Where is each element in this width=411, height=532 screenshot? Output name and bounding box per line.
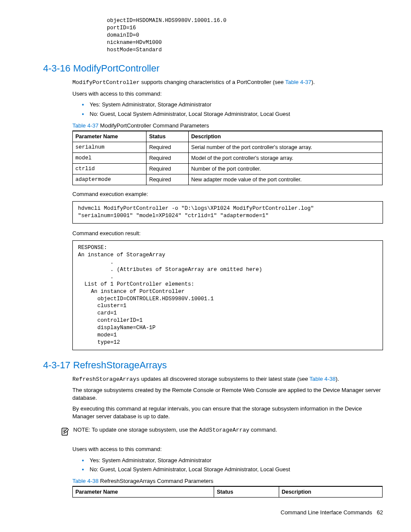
table-4-38-link[interactable]: Table 4-38 bbox=[309, 376, 336, 382]
list-item: No: Guest, Local System Administrator, L… bbox=[90, 466, 383, 473]
sec17-access-label: Users with access to this command: bbox=[72, 445, 383, 453]
sec16-exec-result-code: RESPONSE: An instance of StorageArray . … bbox=[72, 240, 383, 350]
sec17-intro-cmd: RefreshStorageArrays bbox=[72, 376, 140, 383]
list-item: Yes: System Administrator, Storage Admin… bbox=[90, 457, 383, 464]
table-header: Status bbox=[146, 131, 189, 142]
table-4-38: Parameter Name Status Description bbox=[72, 486, 383, 498]
table-header: Parameter Name bbox=[73, 486, 214, 498]
table-row: ctrlid Required Number of the port contr… bbox=[73, 163, 383, 174]
table-header: Parameter Name bbox=[73, 131, 146, 142]
sec17-intro: RefreshStorageArrays updates all discove… bbox=[72, 375, 383, 383]
table-row: serialnum Required Serial number of the … bbox=[73, 142, 383, 152]
table-header: Status bbox=[214, 486, 279, 498]
param-status: Required bbox=[146, 163, 189, 174]
sec16-intro-cmd: ModifyPortController bbox=[72, 79, 140, 86]
section-heading-4-3-16: 4-3-16 ModifyPortController bbox=[43, 63, 383, 74]
param-status: Required bbox=[146, 174, 189, 185]
sec17-p3: By executing this command at regular int… bbox=[72, 405, 383, 420]
param-desc: Model of the port controller's storage a… bbox=[188, 152, 382, 163]
sec17-access-list: Yes: System Administrator, Storage Admin… bbox=[72, 457, 383, 473]
param-desc: Number of the port controller. bbox=[188, 163, 382, 174]
note-label: NOTE: bbox=[73, 426, 92, 433]
note-icon bbox=[60, 427, 70, 438]
sec16-intro-rest: supports changing characteristics of a P… bbox=[140, 79, 285, 85]
note-text-2: command. bbox=[249, 426, 277, 433]
sec16-intro: ModifyPortController supports changing c… bbox=[72, 78, 383, 87]
table-header: Description bbox=[188, 131, 382, 142]
note-text: NOTE: To update one storage subsystem, u… bbox=[73, 426, 383, 434]
table-row: adaptermode Required New adapter mode va… bbox=[73, 174, 383, 185]
table-header: Description bbox=[279, 486, 382, 498]
param-status: Required bbox=[146, 142, 189, 152]
param-desc: New adapter mode value of the port contr… bbox=[188, 174, 382, 185]
param-name: ctrlid bbox=[73, 163, 146, 174]
param-desc: Serial number of the port controller's s… bbox=[188, 142, 382, 152]
table-4-37-link[interactable]: Table 4-37 bbox=[285, 79, 311, 85]
note-block: NOTE: To update one storage subsystem, u… bbox=[60, 426, 383, 438]
sec16-access-list: Yes: System Administrator, Storage Admin… bbox=[72, 101, 383, 118]
table-4-38-caption-rest: RefreshStorageArrays Command Parameters bbox=[99, 478, 214, 484]
footer-page-number: 62 bbox=[377, 509, 383, 516]
top-code-snippet: objectID=HSDOMAIN.HDS9980V.10001.16.0 po… bbox=[107, 17, 383, 53]
table-4-38-caption-link: Table 4-38 bbox=[72, 478, 99, 484]
table-4-37-caption-link: Table 4-37 bbox=[72, 122, 99, 129]
param-name: adaptermode bbox=[73, 174, 146, 185]
table-4-37: Parameter Name Status Description serial… bbox=[72, 131, 383, 185]
table-row: model Required Model of the port control… bbox=[73, 152, 383, 163]
sec16-exec-result-label: Command execution result: bbox=[72, 230, 383, 237]
table-4-37-caption: Table 4-37 ModifyPortController Command … bbox=[72, 122, 383, 129]
sec16-exec-example-code: hdvmcli ModifyPortController -o "D:\logs… bbox=[72, 201, 383, 224]
section-heading-4-3-17: 4-3-17 RefreshStorageArrays bbox=[43, 360, 383, 371]
table-4-38-caption: Table 4-38 RefreshStorageArrays Command … bbox=[72, 478, 383, 484]
sec17-intro-end: ). bbox=[336, 376, 339, 382]
sec16-exec-example-label: Command execution example: bbox=[72, 190, 383, 198]
sec16-intro-end: ). bbox=[311, 79, 315, 85]
param-name: model bbox=[73, 152, 146, 163]
sec17-p2: The storage subsystems created by the Re… bbox=[72, 386, 383, 401]
param-status: Required bbox=[146, 152, 189, 163]
param-name: serialnum bbox=[73, 142, 146, 152]
list-item: No: Guest, Local System Administrator, L… bbox=[90, 110, 383, 118]
sec17-intro-rest: updates all discovered storage subsystem… bbox=[140, 376, 309, 382]
sec16-access-label: Users with access to this command: bbox=[72, 90, 383, 98]
footer-text: Command Line Interface Commands bbox=[280, 509, 372, 516]
note-text-1: To update one storage subsystem, use the bbox=[92, 426, 199, 433]
table-4-37-caption-rest: ModifyPortController Command Parameters bbox=[99, 122, 209, 129]
page-footer: Command Line Interface Commands 62 bbox=[280, 509, 383, 516]
note-cmd: AddStorageArray bbox=[199, 427, 249, 433]
list-item: Yes: System Administrator, Storage Admin… bbox=[90, 101, 383, 109]
